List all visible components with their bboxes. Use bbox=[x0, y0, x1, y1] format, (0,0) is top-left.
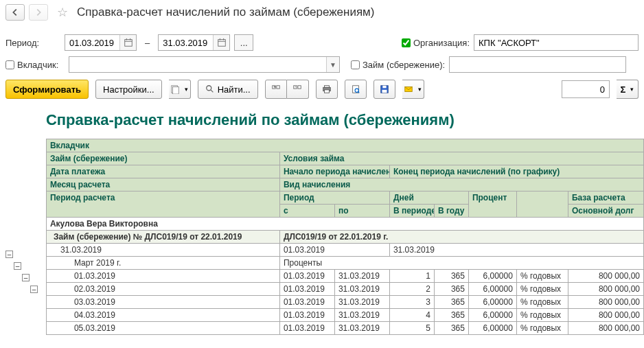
report-title: Справка-расчет начислений по займам (сбе… bbox=[46, 103, 644, 139]
tree-toggle[interactable]: – bbox=[30, 286, 38, 293]
date-to-input[interactable] bbox=[159, 35, 213, 50]
tree-toggle[interactable]: – bbox=[14, 262, 21, 270]
svg-rect-26 bbox=[382, 86, 386, 89]
outline-column: – – – – bbox=[5, 103, 46, 335]
nav-forward-button[interactable] bbox=[29, 4, 48, 21]
svg-rect-4 bbox=[218, 40, 225, 47]
expand-all-button[interactable]: + bbox=[265, 80, 287, 99]
loan-label: Займ (сбережение): bbox=[363, 60, 445, 70]
loan-input[interactable] bbox=[450, 57, 625, 72]
save-button[interactable] bbox=[373, 80, 395, 99]
calendar-icon[interactable] bbox=[119, 35, 136, 50]
svg-rect-0 bbox=[124, 40, 132, 47]
print-button[interactable] bbox=[316, 80, 338, 99]
depositor-checkbox[interactable] bbox=[5, 60, 14, 69]
sigma-button[interactable]: Σ▾ bbox=[617, 80, 639, 99]
report-table: Вкладчик Займ (сбережение)Условия займа … bbox=[46, 139, 644, 335]
table-row[interactable]: Займ (сбережение) № ДЛС019/19 от 22.01.2… bbox=[46, 231, 279, 244]
org-input[interactable] bbox=[474, 35, 638, 50]
favorite-star-icon[interactable]: ☆ bbox=[55, 5, 70, 20]
find-button[interactable]: Найти... bbox=[198, 80, 258, 99]
org-checkbox[interactable] bbox=[402, 38, 411, 47]
tree-toggle[interactable]: – bbox=[22, 274, 30, 281]
depositor-input[interactable] bbox=[69, 57, 326, 72]
depositor-label: Вкладчик: bbox=[17, 60, 58, 70]
table-row[interactable]: Март 2019 г. bbox=[46, 257, 279, 270]
svg-rect-13 bbox=[276, 86, 279, 89]
period-label: Период: bbox=[5, 38, 60, 48]
date-from-field[interactable] bbox=[65, 34, 137, 51]
svg-rect-25 bbox=[382, 90, 387, 93]
loan-checkbox[interactable] bbox=[351, 60, 360, 69]
table-row[interactable]: Акулова Вера Викторовна bbox=[46, 218, 643, 231]
email-button[interactable]: ▾ bbox=[402, 80, 424, 99]
date-from-input[interactable] bbox=[65, 35, 119, 50]
svg-line-11 bbox=[211, 90, 214, 93]
sum-input[interactable] bbox=[562, 80, 610, 98]
table-row[interactable]: 31.03.2019 bbox=[46, 244, 279, 257]
calendar-icon[interactable] bbox=[213, 35, 229, 50]
svg-rect-9 bbox=[173, 87, 179, 95]
table-row[interactable]: 01.03.2019 bbox=[46, 270, 279, 283]
table-row[interactable]: 03.03.2019 bbox=[46, 296, 279, 309]
tree-toggle[interactable]: – bbox=[5, 251, 13, 258]
page-title: Справка-расчет начислений по займам (сбе… bbox=[77, 5, 374, 19]
table-row[interactable]: 05.03.2019 bbox=[46, 322, 279, 335]
date-to-field[interactable] bbox=[158, 34, 230, 51]
date-dash: – bbox=[145, 38, 150, 48]
collapse-all-button[interactable]: - bbox=[287, 80, 309, 99]
org-label: Организация: bbox=[413, 38, 470, 48]
svg-rect-16 bbox=[298, 86, 301, 89]
nav-back-button[interactable] bbox=[5, 4, 25, 21]
period-ellipsis-button[interactable]: ... bbox=[234, 34, 253, 51]
svg-rect-20 bbox=[324, 90, 329, 93]
svg-text:+: + bbox=[273, 84, 275, 89]
svg-point-10 bbox=[206, 86, 211, 91]
settings-button[interactable]: Настройки... bbox=[95, 80, 162, 99]
generate-button[interactable]: Сформировать bbox=[5, 80, 89, 99]
variants-button[interactable]: ▾ bbox=[169, 80, 191, 99]
svg-text:-: - bbox=[295, 84, 297, 89]
table-row[interactable]: 04.03.2019 bbox=[46, 309, 279, 322]
table-row[interactable]: 02.03.2019 bbox=[46, 283, 279, 296]
preview-button[interactable] bbox=[345, 80, 367, 99]
dropdown-icon[interactable]: ▼ bbox=[326, 57, 339, 72]
